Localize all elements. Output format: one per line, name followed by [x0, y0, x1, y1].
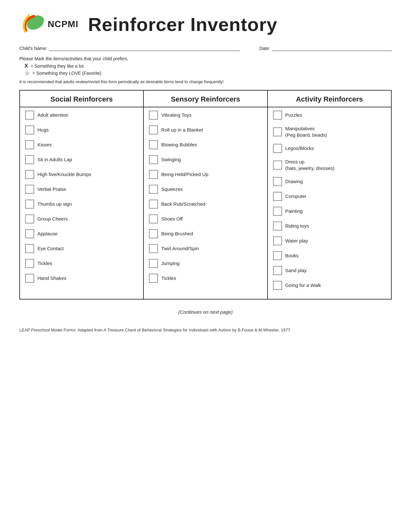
checkbox[interactable] [273, 281, 282, 290]
instructions-intro: Please Mark the items/activities that yo… [19, 56, 392, 61]
list-item: Back Rub/Scratched [149, 200, 262, 209]
item-label: Roll up in a Blanket [161, 127, 203, 133]
item-label: Hand Shakes [37, 275, 66, 281]
checkbox[interactable] [273, 161, 282, 170]
checkbox[interactable] [273, 127, 282, 136]
checkbox[interactable] [25, 155, 34, 164]
child-name-label: Child's Name: [19, 46, 47, 51]
checkbox[interactable] [149, 155, 158, 164]
note-text: It is recommended that adults review/rev… [19, 79, 392, 84]
checkbox[interactable] [149, 200, 158, 209]
checkbox[interactable] [25, 244, 34, 253]
list-item: Group Cheers [25, 214, 138, 223]
checkbox[interactable] [149, 229, 158, 238]
item-label: Blowing Bubbles [161, 142, 197, 148]
child-name-field: Child's Name: [19, 45, 240, 51]
checkbox[interactable] [273, 222, 282, 231]
list-item: Legos/Blocks [273, 144, 386, 153]
list-item: Jumping [149, 259, 262, 268]
checkbox[interactable] [273, 236, 282, 245]
checkbox[interactable] [25, 274, 34, 283]
list-item: Tickles [149, 274, 262, 283]
legend-x-meaning: = Something they like a lot [31, 64, 84, 69]
item-label: Back Rub/Scratched [161, 201, 205, 207]
checkbox[interactable] [25, 140, 34, 149]
smiley-symbol: ☺ [24, 70, 30, 76]
item-label: Puzzles [285, 112, 302, 118]
child-name-underline[interactable] [49, 45, 240, 51]
item-label: Going for a Walk [285, 282, 321, 289]
list-item: Adult attention [25, 111, 138, 120]
checkbox[interactable] [273, 177, 282, 186]
item-label: Vibrating Toys [161, 112, 191, 118]
checkbox[interactable] [25, 229, 34, 238]
date-field: Date: [259, 45, 392, 51]
checkbox[interactable] [149, 259, 158, 268]
checkbox[interactable] [273, 266, 282, 275]
item-label: Painting [285, 208, 303, 214]
list-item: Vibrating Toys [149, 111, 262, 120]
checkbox[interactable] [25, 259, 34, 268]
reinforcer-table: Social Reinforcers Sensory Reinforcers A… [19, 90, 392, 300]
list-item: Puzzles [273, 111, 386, 120]
list-item: Books [273, 251, 386, 260]
checkbox[interactable] [149, 125, 158, 134]
checkbox[interactable] [25, 111, 34, 120]
item-label: Riding toys [285, 223, 309, 229]
item-label: Jumping [161, 260, 180, 267]
checkbox[interactable] [273, 111, 282, 120]
list-item: Drawing [273, 177, 386, 186]
checkbox[interactable] [149, 111, 158, 120]
checkbox[interactable] [273, 144, 282, 153]
item-label: Drawing [285, 178, 303, 185]
item-label: Thumbs up sign [37, 201, 72, 207]
item-label: Sit in Adults Lap [37, 156, 72, 163]
list-item: Water play [273, 236, 386, 245]
checkbox[interactable] [273, 207, 282, 216]
list-item: Verbal Praise [25, 185, 138, 194]
item-label: Sand play [285, 267, 307, 274]
list-item: Riding toys [273, 222, 386, 231]
item-label: Eye Contact [37, 245, 64, 252]
list-item: Manipulatives(Peg Board, beads) [273, 125, 386, 138]
checkbox[interactable] [149, 244, 158, 253]
list-item: Eye Contact [25, 244, 138, 253]
item-label: Manipulatives(Peg Board, beads) [285, 125, 327, 138]
checkbox[interactable] [149, 274, 158, 283]
list-item: Hand Shakes [25, 274, 138, 283]
activity-col: Puzzles Manipulatives(Peg Board, beads) … [268, 107, 391, 299]
form-fields: Child's Name: Date: [19, 45, 392, 51]
checkbox[interactable] [25, 125, 34, 134]
list-item: Computer [273, 192, 386, 201]
checkbox[interactable] [25, 185, 34, 194]
list-item: Roll up in a Blanket [149, 125, 262, 134]
item-label: Twirl Around/Spin [161, 245, 199, 252]
checkbox[interactable] [273, 192, 282, 201]
checkbox[interactable] [273, 251, 282, 260]
checkbox[interactable] [25, 200, 34, 209]
list-item: Thumbs up sign [25, 200, 138, 209]
continues-text: (Continues on next page) [19, 309, 392, 315]
ncpmi-logo-icon [19, 13, 45, 35]
item-label: Squeezes [161, 186, 183, 192]
item-label: Tickles [37, 260, 52, 267]
legend-smiley-meaning: = Something they LOVE (Favorite) [32, 71, 101, 76]
item-label: Books [285, 252, 299, 259]
date-label: Date: [259, 46, 270, 51]
social-header: Social Reinforcers [20, 90, 143, 107]
page-header: NCPMI Reinforcer Inventory [19, 13, 392, 35]
checkbox[interactable] [25, 170, 34, 179]
legend-item-x: X = Something they like a lot [24, 63, 392, 69]
item-label: Kisses [37, 142, 52, 148]
sensory-col: Vibrating Toys Roll up in a Blanket Blow… [143, 107, 267, 299]
sensory-header: Sensory Reinforcers [143, 90, 267, 107]
activity-header: Activity Reinforcers [268, 90, 391, 107]
date-underline[interactable] [272, 45, 392, 51]
checkbox[interactable] [149, 170, 158, 179]
list-item: High five/Knuckle Bumps [25, 170, 138, 179]
checkbox[interactable] [149, 140, 158, 149]
checkbox[interactable] [25, 214, 34, 223]
checkbox[interactable] [149, 214, 158, 223]
item-label: Being Brushed [161, 231, 193, 237]
checkbox[interactable] [149, 185, 158, 194]
